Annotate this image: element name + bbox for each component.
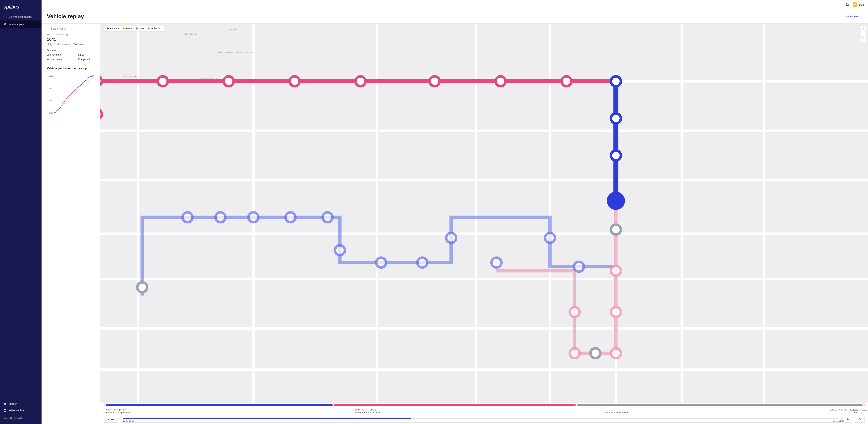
stop-marker[interactable]	[862, 403, 865, 406]
collapse-sidebar-icon[interactable]	[35, 416, 38, 420]
svg-text:19:00: 19:00	[49, 88, 53, 89]
operator-value: -	[78, 49, 79, 52]
avatar: D	[853, 2, 857, 7]
speed-selector[interactable]: 10x	[854, 416, 865, 423]
privacy-link[interactable]: Privacy Policy	[0, 407, 41, 414]
lifebuoy-icon	[3, 402, 7, 405]
support-link[interactable]: Support	[0, 400, 41, 407]
svg-point-70	[92, 76, 93, 77]
stop-name: Vermont & Sunset Blvd.	[604, 411, 854, 414]
map-area: On-time Early Late Unknown + −	[100, 24, 868, 424]
play-button[interactable]	[844, 416, 852, 423]
svg-point-48	[65, 100, 66, 101]
powered-by: powered by ito world	[0, 414, 41, 422]
perf-chart-title: Vehicle performance by stop	[47, 67, 95, 70]
svg-point-42	[58, 110, 58, 110]
legend-early-label: Early	[126, 27, 132, 30]
bell-icon[interactable]	[845, 2, 849, 7]
stop-info: - - (+0) Vermont & Sunset Blvd.	[604, 408, 854, 414]
svg-point-69	[91, 76, 92, 77]
nav: On-time performance Vehicle replay	[0, 13, 41, 399]
nav-item-label: On-time performance	[9, 16, 32, 18]
user-name: Dan	[859, 3, 864, 6]
svg-point-95	[355, 77, 365, 86]
svg-point-88	[607, 192, 625, 210]
sidebar-bottom: Support Privacy Policy powered by ito wo…	[0, 399, 41, 424]
svg-point-115	[590, 348, 600, 358]
svg-point-44	[60, 107, 61, 108]
svg-point-98	[158, 77, 168, 86]
stops-info: 10:54 10:59 (+4:58) Vermont & Prospect A…	[100, 406, 868, 416]
dot-icon	[123, 27, 125, 30]
zoom-out-button[interactable]: −	[861, 31, 866, 36]
map-attribution[interactable]: © Mapbox © OpenStreetMap Improve this ma…	[830, 409, 867, 412]
status-value: Completed	[78, 58, 90, 61]
svg-point-104	[286, 212, 296, 222]
svg-point-54	[72, 92, 73, 92]
svg-point-56	[75, 89, 76, 90]
legend-unknown: Unknown	[148, 27, 161, 30]
back-button[interactable]: Search result	[47, 27, 95, 30]
svg-point-120	[570, 307, 580, 317]
svg-point-67	[89, 77, 89, 78]
svg-point-64	[85, 81, 86, 81]
stop-info: 10:54 10:59 (+4:58) Vermont & Prospect A…	[105, 408, 355, 414]
svg-point-47	[64, 101, 64, 102]
back-label: Search result	[51, 27, 66, 30]
compass-button[interactable]	[861, 37, 866, 42]
svg-point-53	[71, 93, 72, 94]
svg-point-39	[54, 113, 55, 113]
chevron-down-icon	[861, 15, 863, 18]
nav-on-time-performance[interactable]: On-time performance	[0, 13, 41, 21]
map-canvas[interactable]	[100, 24, 868, 403]
svg-point-119	[570, 348, 580, 358]
saved-views-dropdown[interactable]: Saved views	[846, 15, 863, 18]
stop-marker[interactable]	[332, 403, 335, 406]
status-label: Vehicle status	[47, 58, 78, 61]
svg-point-118	[611, 348, 621, 358]
zoom-in-button[interactable]: +	[861, 26, 866, 31]
stops-track[interactable]	[104, 403, 865, 406]
stop-sched: 10:55	[355, 408, 361, 411]
svg-point-50	[67, 97, 68, 98]
page-header: Vehicle replay Saved views	[42, 9, 868, 24]
route-name: Hollywood Clockwise: Clockwise	[47, 42, 95, 46]
stop-name: Vermont & Prospect Ave.	[105, 411, 355, 414]
svg-point-110	[492, 258, 501, 268]
stop-marker[interactable]	[575, 403, 578, 406]
topbar: D Dan	[42, 0, 868, 9]
play-forward-icon	[3, 23, 7, 26]
stop-sched: - -	[604, 408, 607, 411]
svg-point-61	[81, 84, 82, 85]
svg-point-52	[70, 94, 71, 95]
svg-point-51	[69, 95, 69, 96]
calendar-check-icon	[3, 15, 7, 19]
svg-rect-0	[4, 16, 6, 18]
stop-marker[interactable]	[104, 403, 106, 406]
svg-point-92	[562, 77, 571, 86]
operator-label: Operator	[47, 49, 78, 52]
dot-icon	[107, 27, 109, 30]
svg-point-116	[611, 266, 621, 276]
svg-point-91	[611, 151, 621, 160]
svg-point-97	[224, 77, 234, 86]
stop-actual: 11:01	[362, 408, 368, 411]
svg-point-109	[446, 233, 456, 243]
time-slider[interactable]: 19 Jul 10:29 19 Jul 11:23	[120, 416, 842, 423]
powered-brand: ito world	[14, 417, 22, 419]
privacy-label: Privacy Policy	[9, 409, 24, 412]
svg-point-111	[545, 233, 555, 243]
svg-point-113	[611, 225, 621, 235]
journey-value: 52:17	[78, 53, 84, 56]
kv-journey: Journey time 52:17	[47, 53, 95, 57]
vehicle-id: 1641	[47, 37, 95, 42]
legend-ontime-label: On-time	[110, 27, 119, 30]
dot-icon	[135, 27, 138, 30]
svg-point-57	[76, 88, 77, 89]
playback-bar: 11:01 19 Jul 10:29 19 Jul 11:23 10x	[100, 416, 868, 423]
map-legend: On-time Early Late Unknown	[104, 26, 164, 31]
user-menu[interactable]: D Dan	[853, 2, 864, 7]
nav-vehicle-replay[interactable]: Vehicle replay	[0, 21, 41, 28]
current-time: 11:01	[104, 416, 118, 423]
svg-point-2	[4, 403, 5, 404]
